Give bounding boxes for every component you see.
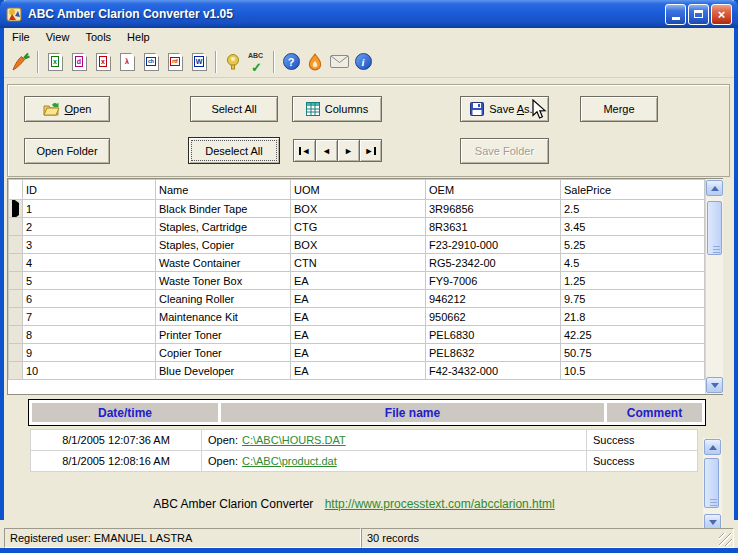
cell-price[interactable]: 50.75 [561, 344, 705, 362]
cell-id[interactable]: 6 [23, 290, 156, 308]
cell-id[interactable]: 2 [23, 218, 156, 236]
table-row[interactable]: 7 Maintenance Kit EA 950662 21.8 [9, 308, 705, 326]
columns-button[interactable]: Columns [292, 96, 382, 122]
grid-scrollbar[interactable] [705, 179, 723, 394]
help-icon[interactable]: ? [279, 50, 303, 74]
log-file-link[interactable]: C:\ABC\product.dat [242, 455, 337, 467]
cell-id[interactable]: 8 [23, 326, 156, 344]
log-scroll-track[interactable] [703, 456, 722, 513]
row-selector[interactable] [9, 308, 23, 326]
cell-name[interactable]: Cleaning Roller [156, 290, 291, 308]
table-row[interactable]: 6 Cleaning Roller EA 946212 9.75 [9, 290, 705, 308]
rtf-file-icon[interactable]: rtf [163, 50, 187, 74]
cell-id[interactable]: 10 [23, 362, 156, 380]
website-icon[interactable] [303, 50, 327, 74]
log-header-comment[interactable]: Comment [607, 403, 702, 422]
menu-view[interactable]: View [38, 29, 78, 45]
cell-price[interactable]: 2.5 [561, 200, 705, 218]
cell-uom[interactable]: EA [291, 362, 426, 380]
column-header-name[interactable]: Name [156, 180, 291, 200]
about-icon[interactable]: i [351, 50, 375, 74]
cell-id[interactable]: 7 [23, 308, 156, 326]
save-as-button[interactable]: Save As... [460, 96, 549, 122]
cell-oem[interactable]: 946212 [426, 290, 561, 308]
next-record-button[interactable]: ► [337, 139, 360, 162]
resize-grip[interactable] [719, 533, 732, 546]
deselect-all-button[interactable]: Deselect All [188, 137, 280, 164]
cell-name[interactable]: Black Binder Tape [156, 200, 291, 218]
grid-scroll-thumb[interactable] [707, 201, 722, 255]
menu-file[interactable]: File [4, 29, 38, 45]
xml-file-icon[interactable]: x [91, 50, 115, 74]
cell-uom[interactable]: BOX [291, 200, 426, 218]
log-scrollbar[interactable] [703, 438, 722, 531]
open-button[interactable]: Open [24, 96, 110, 122]
scroll-down-button[interactable] [706, 377, 723, 393]
cell-oem[interactable]: RG5-2342-00 [426, 254, 561, 272]
table-row[interactable]: 10 Blue Developer EA F42-3432-000 10.5 [9, 362, 705, 380]
cell-oem[interactable]: F23-2910-000 [426, 236, 561, 254]
select-all-button[interactable]: Select All [190, 96, 278, 122]
maximize-button[interactable] [688, 4, 709, 25]
cell-name[interactable]: Waste Toner Box [156, 272, 291, 290]
cell-name[interactable]: Staples, Copier [156, 236, 291, 254]
grid-scroll-track[interactable] [706, 197, 723, 376]
table-row[interactable]: 3 Staples, Copier BOX F23-2910-000 5.25 [9, 236, 705, 254]
row-selector[interactable] [9, 218, 23, 236]
log-file-link[interactable]: C:\ABC\HOURS.DAT [242, 434, 346, 446]
column-header-oem[interactable]: OEM [426, 180, 561, 200]
cell-uom[interactable]: EA [291, 272, 426, 290]
cell-price[interactable]: 10.5 [561, 362, 705, 380]
cell-name[interactable]: Waste Container [156, 254, 291, 272]
footer-web-link[interactable]: http://www.processtext.com/abcclarion.ht… [325, 497, 555, 511]
convert-carrot-icon[interactable] [9, 50, 33, 74]
cell-oem[interactable]: F42-3432-000 [426, 362, 561, 380]
merge-button[interactable]: Merge [580, 96, 658, 122]
excel-file-icon[interactable]: x [43, 50, 67, 74]
row-selector[interactable] [9, 362, 23, 380]
row-selector[interactable] [9, 272, 23, 290]
log-header-datetime[interactable]: Date/time [32, 403, 218, 422]
first-record-button[interactable]: ◄ [293, 139, 316, 162]
menu-help[interactable]: Help [119, 29, 158, 45]
cell-name[interactable]: Printer Toner [156, 326, 291, 344]
cell-id[interactable]: 4 [23, 254, 156, 272]
last-record-button[interactable]: ► [359, 139, 382, 162]
cell-oem[interactable]: FY9-7006 [426, 272, 561, 290]
scroll-up-button[interactable] [704, 439, 721, 455]
table-row[interactable]: 4 Waste Container CTN RG5-2342-00 4.5 [9, 254, 705, 272]
cell-uom[interactable]: EA [291, 308, 426, 326]
log-scroll-thumb[interactable] [704, 458, 719, 508]
open-folder-button[interactable]: Open Folder [24, 138, 110, 164]
register-key-icon[interactable] [221, 50, 245, 74]
dbf-file-icon[interactable]: d [67, 50, 91, 74]
word-file-icon[interactable]: W [187, 50, 211, 74]
cell-uom[interactable]: BOX [291, 236, 426, 254]
cell-oem[interactable]: 950662 [426, 308, 561, 326]
cell-name[interactable]: Staples, Cartridge [156, 218, 291, 236]
cell-id[interactable]: 5 [23, 272, 156, 290]
cell-name[interactable]: Blue Developer [156, 362, 291, 380]
cell-id[interactable]: 1 [23, 200, 156, 218]
email-icon[interactable] [327, 50, 351, 74]
cell-id[interactable]: 3 [23, 236, 156, 254]
log-header-filename[interactable]: File name [221, 403, 604, 422]
cell-uom[interactable]: CTN [291, 254, 426, 272]
row-selector[interactable] [9, 326, 23, 344]
column-header-saleprice[interactable]: SalePrice [561, 180, 705, 200]
cell-price[interactable]: 5.25 [561, 236, 705, 254]
cell-name[interactable]: Copier Toner [156, 344, 291, 362]
row-selector[interactable] [9, 236, 23, 254]
table-row[interactable]: 1 Black Binder Tape BOX 3R96856 2.5 [9, 200, 705, 218]
cell-price[interactable]: 9.75 [561, 290, 705, 308]
cell-uom[interactable]: EA [291, 326, 426, 344]
row-selector[interactable] [9, 254, 23, 272]
cell-oem[interactable]: 3R96856 [426, 200, 561, 218]
menu-tools[interactable]: Tools [77, 29, 119, 45]
table-row[interactable]: 5 Waste Toner Box EA FY9-7006 1.25 [9, 272, 705, 290]
previous-record-button[interactable]: ◄ [315, 139, 338, 162]
table-row[interactable]: 9 Copier Toner EA PEL8632 50.75 [9, 344, 705, 362]
minimize-button[interactable] [665, 4, 686, 25]
scroll-up-button[interactable] [706, 180, 723, 196]
cell-price[interactable]: 21.8 [561, 308, 705, 326]
